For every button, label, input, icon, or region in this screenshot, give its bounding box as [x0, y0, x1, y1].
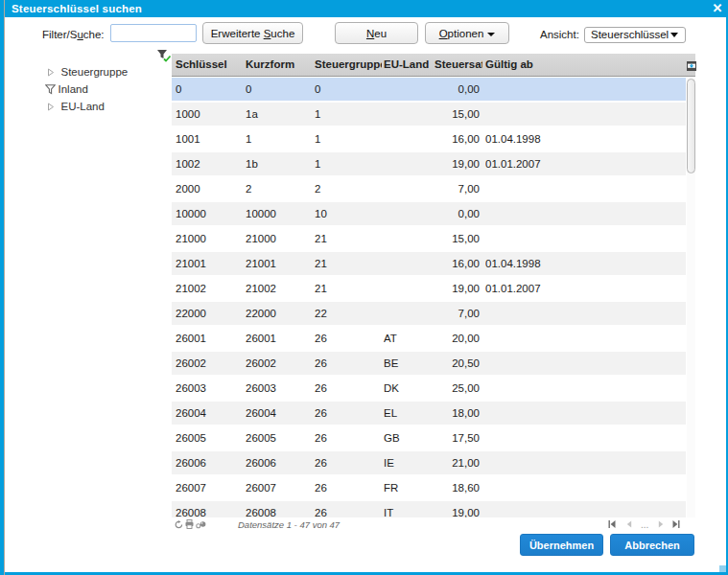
- tree-item-label: EU-Land: [61, 101, 105, 112]
- close-icon[interactable]: ✕: [710, 1, 725, 16]
- cell: 26005: [176, 432, 245, 444]
- cell: 2: [246, 183, 314, 195]
- cell: 22000: [246, 308, 314, 319]
- view-select-value: Steuerschlüssel: [591, 29, 669, 40]
- filter-active-icon[interactable]: [156, 49, 172, 62]
- next-page-icon[interactable]: [658, 520, 664, 528]
- table-row[interactable]: 260062600626IE21,00: [172, 451, 686, 476]
- cell: 21: [315, 258, 382, 269]
- cell: 26007: [246, 482, 314, 494]
- ellipsis-icon: ...: [641, 519, 648, 530]
- resize-grip[interactable]: [719, 565, 726, 572]
- column-header-2[interactable]: Kurzform: [246, 58, 314, 73]
- cell: FR: [384, 482, 434, 494]
- view-select[interactable]: Steuerschlüssel: [584, 27, 686, 43]
- cell: 20,50: [434, 357, 480, 369]
- table-row[interactable]: 260042600426EL18,00: [172, 402, 686, 426]
- scrollbar-thumb[interactable]: [687, 79, 695, 173]
- table-row[interactable]: 10021b119,0001.01.2007: [172, 152, 686, 177]
- column-header-5[interactable]: Steuersatz: [434, 58, 482, 73]
- table-row[interactable]: 260072600726FR18,60: [172, 476, 686, 501]
- options-button[interactable]: Optionen: [425, 22, 509, 44]
- cell: 7,00: [434, 183, 480, 195]
- first-page-icon[interactable]: [608, 520, 616, 528]
- table-row[interactable]: 260052600526GB17,50: [172, 426, 686, 451]
- cell: 1: [315, 158, 382, 170]
- apply-button[interactable]: Übernehmen: [520, 534, 603, 556]
- record-count-label: Datensätze 1 - 47 von 47: [238, 519, 340, 530]
- column-header-3[interactable]: Steuergruppe: [315, 58, 382, 73]
- cell: 26: [315, 333, 382, 344]
- cell: 1002: [176, 158, 245, 170]
- view-label: Ansicht:: [540, 29, 579, 40]
- cell: BE: [384, 357, 434, 369]
- table-row[interactable]: 2200022000227,00: [172, 302, 686, 327]
- table-row-selected[interactable]: 0000,00: [172, 78, 686, 103]
- cell: 18,60: [434, 482, 480, 494]
- cell: 26001: [176, 333, 245, 344]
- cell: 21: [315, 283, 382, 294]
- cancel-button[interactable]: Abbrechen: [610, 534, 694, 556]
- last-page-icon[interactable]: [672, 520, 680, 528]
- cell: 26008: [246, 507, 314, 518]
- cell: 2000: [176, 183, 245, 195]
- triangle-right-icon: [47, 103, 55, 111]
- cell: 21000: [176, 233, 245, 244]
- cell: 26008: [176, 507, 245, 518]
- cell: 01.01.2007: [485, 283, 658, 294]
- cell: 1: [315, 108, 382, 120]
- cell: 16,00: [434, 133, 480, 145]
- vertical-scrollbar[interactable]: [687, 78, 695, 518]
- cell: 1001: [176, 133, 245, 145]
- column-picker-icon[interactable]: [687, 58, 696, 67]
- table-header: SchlüsselKurzformSteuergruppeEU-LandSteu…: [172, 54, 695, 77]
- cell: 26004: [176, 407, 245, 419]
- cell: 26001: [246, 333, 314, 344]
- cell: 26: [315, 407, 382, 419]
- table-body: 0000,0010001a115,0010011116,0001.04.1998…: [172, 78, 686, 518]
- cell: 19,00: [434, 283, 480, 294]
- table-row[interactable]: 260012600126AT20,00: [172, 327, 686, 352]
- cell: 26003: [246, 382, 314, 394]
- cell: 1: [246, 133, 314, 145]
- table-row[interactable]: 260032600326DK25,00: [172, 377, 686, 402]
- advanced-search-button[interactable]: Erweiterte Suche: [202, 22, 303, 44]
- cell: 10000: [246, 208, 314, 219]
- column-header-4[interactable]: EU-Land: [384, 58, 434, 73]
- cell: 26: [315, 457, 382, 469]
- cell: 1a: [246, 108, 314, 120]
- print-icon[interactable]: [185, 519, 194, 529]
- cell: 26002: [176, 357, 245, 369]
- cell: 26006: [176, 457, 245, 469]
- cell: 2: [315, 183, 382, 195]
- prev-page-icon[interactable]: [626, 520, 632, 528]
- cell: EL: [384, 407, 434, 419]
- cell: 0: [246, 83, 314, 95]
- table-row[interactable]: 1000010000100,00: [172, 202, 686, 227]
- column-header-6[interactable]: Gültig ab: [485, 58, 658, 73]
- cell: 26: [315, 432, 382, 444]
- table-row[interactable]: 260082600826IT19,00: [172, 501, 686, 518]
- table-row[interactable]: 10001a115,00: [172, 103, 686, 127]
- export-icon[interactable]: [196, 520, 206, 529]
- table-row[interactable]: 21001210012116,0001.04.1998: [172, 252, 686, 277]
- table-row[interactable]: 21002210022119,0001.01.2007: [172, 277, 686, 302]
- column-header-1[interactable]: Schlüssel: [176, 58, 245, 73]
- cell: 16,00: [434, 258, 480, 269]
- cell: 21: [315, 233, 382, 244]
- refresh-icon[interactable]: [175, 520, 183, 529]
- cell: 22: [315, 308, 382, 319]
- cell: 21,00: [434, 457, 480, 469]
- cell: 0: [315, 83, 382, 95]
- table-row[interactable]: 21000210002115,00: [172, 227, 686, 252]
- table-row[interactable]: 260022600226BE20,50: [172, 352, 686, 377]
- cell: 0: [176, 83, 245, 95]
- cell: 26: [315, 357, 382, 369]
- cell: 1b: [246, 158, 314, 170]
- dialog-steuerschluessel-suchen: Steuerschlüssel suchen ✕ Filter/Suche: E…: [0, 0, 728, 575]
- table-row[interactable]: 10011116,0001.04.1998: [172, 127, 686, 152]
- filter-search-input[interactable]: [110, 24, 197, 42]
- cell: 20,00: [434, 333, 480, 344]
- new-button[interactable]: Neu: [335, 22, 418, 44]
- table-row[interactable]: 2000227,00: [172, 177, 686, 202]
